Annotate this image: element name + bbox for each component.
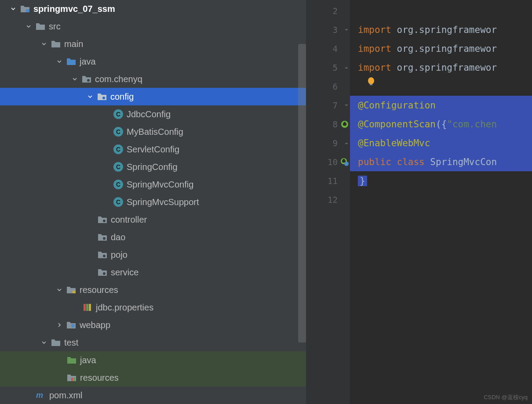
tree-item-springconfig[interactable]: C SpringConfig: [0, 158, 306, 176]
tree-item-springmvcsupport[interactable]: C SpringMvcSupport: [0, 193, 306, 211]
tree-item-webapp[interactable]: webapp: [0, 316, 306, 334]
line-number: 11: [328, 176, 338, 186]
class-icon: C: [113, 197, 123, 207]
keyword: public: [358, 157, 391, 167]
tree-item-servletconfig[interactable]: C ServletConfig: [0, 141, 306, 158]
tree-item-test-resources[interactable]: resources: [0, 369, 306, 386]
tree-item-jdbcprops[interactable]: jdbc.properties: [0, 299, 306, 316]
package-icon: [98, 232, 107, 242]
maven-icon: m: [36, 390, 46, 400]
svg-text:m: m: [36, 391, 43, 400]
class-icon: C: [113, 127, 123, 137]
tree-item-pojo[interactable]: pojo: [0, 246, 306, 263]
tree-item-test-java[interactable]: java: [0, 351, 306, 369]
editor-gutter: 2 3 4 5 6 7 8 9 10 11 12: [306, 0, 350, 404]
tree-item-controller[interactable]: controller: [0, 211, 306, 228]
tree-item-test[interactable]: test: [0, 334, 306, 351]
annotation: @EnableWebMvc: [358, 138, 430, 148]
annotation: @ComponentScan: [358, 119, 436, 130]
svg-rect-9: [86, 304, 88, 311]
gutter-line: 6: [306, 77, 350, 96]
fold-marker-icon[interactable]: [344, 103, 349, 108]
svg-point-3: [103, 220, 106, 222]
chevron-down-icon[interactable]: [40, 42, 48, 46]
chevron-down-icon[interactable]: [55, 59, 64, 64]
tree-item-src[interactable]: src: [0, 18, 306, 35]
tree-label: jdbc.properties: [96, 303, 153, 313]
code-line: [350, 190, 532, 209]
tree-item-package[interactable]: com.chenyq: [0, 70, 306, 88]
fold-marker-icon[interactable]: [344, 27, 349, 32]
chevron-down-icon[interactable]: [24, 24, 33, 29]
tree-item-main[interactable]: main: [0, 35, 306, 53]
spring-bean-icon[interactable]: [340, 120, 349, 129]
keyword: import: [358, 43, 391, 54]
line-number: 6: [333, 82, 338, 91]
code-line: import org.springframewor: [350, 39, 532, 58]
line-number: 3: [333, 25, 338, 35]
code-text: ({: [436, 119, 447, 130]
code-line: }: [350, 171, 532, 190]
line-number: 12: [328, 195, 338, 205]
fold-marker-icon[interactable]: [344, 65, 349, 70]
class-icon: C: [113, 109, 123, 119]
line-number: 5: [333, 63, 338, 72]
tree-label: pojo: [111, 250, 128, 260]
project-tree[interactable]: springmvc_07_ssm src main java: [0, 0, 306, 404]
webapp-folder-icon: [66, 320, 76, 330]
svg-rect-0: [26, 9, 29, 12]
chevron-right-icon[interactable]: [55, 323, 64, 327]
chevron-down-icon[interactable]: [86, 94, 95, 99]
tree-item-jdbcconfig[interactable]: C JdbcConfig: [0, 105, 306, 123]
tree-label: webapp: [80, 320, 110, 330]
scrollbar[interactable]: [298, 44, 306, 343]
line-number: 9: [333, 138, 338, 148]
tree-item-springmvcconfig[interactable]: C SpringMvcConfig: [0, 176, 306, 193]
tree-label: JdbcConfig: [127, 109, 171, 119]
tree-label: src: [49, 22, 61, 32]
code-line: [350, 1, 532, 20]
svg-rect-12: [71, 378, 73, 381]
svg-rect-7: [73, 291, 76, 293]
package-icon: [98, 267, 107, 277]
watermark: CSDN @蓝桉cyq: [484, 393, 528, 401]
tree-label: java: [80, 57, 96, 67]
tree-item-resources[interactable]: resources: [0, 281, 306, 299]
chevron-down-icon[interactable]: [55, 288, 64, 292]
properties-file-icon: [83, 303, 92, 312]
chevron-down-icon[interactable]: [9, 7, 18, 11]
svg-rect-10: [89, 304, 91, 311]
test-source-folder-icon: [67, 355, 77, 365]
code-editor[interactable]: 2 3 4 5 6 7 8 9 10 11 12 import org.spri…: [306, 0, 532, 404]
tree-item-java[interactable]: java: [0, 53, 306, 70]
tree-label: com.chenyq: [95, 74, 142, 84]
tree-label: ServletConfig: [127, 144, 179, 155]
tree-label: SpringMvcSupport: [127, 197, 199, 207]
tree-label: test: [64, 338, 78, 348]
tree-label: dao: [111, 232, 125, 242]
tree-item-root[interactable]: springmvc_07_ssm: [0, 0, 306, 18]
svg-point-6: [103, 272, 106, 275]
spring-bean-nav-icon[interactable]: [340, 158, 349, 166]
tree-item-config[interactable]: config: [0, 88, 306, 105]
string: "com.chen: [447, 119, 497, 130]
keyword: import: [358, 62, 391, 73]
gutter-line: 12: [306, 190, 350, 209]
tree-item-service[interactable]: service: [0, 263, 306, 281]
tree-item-mybatisconfig[interactable]: C MyBatisConfig: [0, 123, 306, 141]
code-text: org.springframewor: [391, 43, 497, 54]
gutter-line: 11: [306, 171, 350, 190]
svg-point-18: [368, 77, 374, 84]
tree-label: SpringConfig: [127, 162, 178, 172]
fold-marker-icon[interactable]: [344, 141, 349, 146]
keyword: import: [358, 25, 391, 35]
intention-bulb-icon[interactable]: [367, 77, 375, 87]
line-number: 10: [328, 157, 338, 167]
tree-item-pom[interactable]: m pom.xml: [0, 386, 306, 404]
chevron-down-icon[interactable]: [70, 77, 79, 81]
tree-item-dao[interactable]: dao: [0, 228, 306, 246]
code-text: org.springframewor: [391, 25, 497, 35]
code-area[interactable]: import org.springframewor import org.spr…: [350, 0, 532, 404]
chevron-down-icon[interactable]: [40, 340, 48, 345]
class-icon: C: [113, 162, 123, 172]
